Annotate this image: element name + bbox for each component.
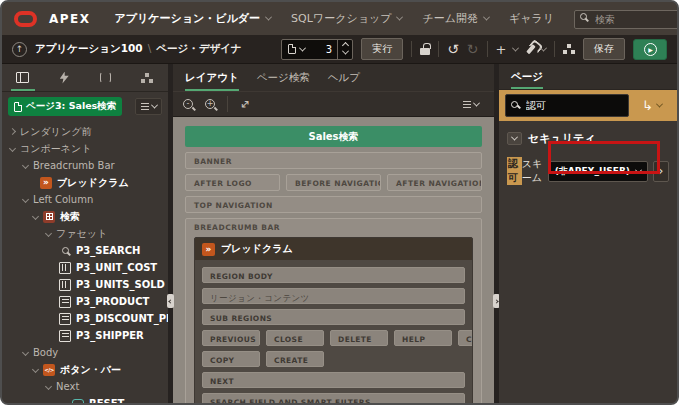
tab-layout[interactable]: レイアウト	[185, 64, 239, 91]
page-selector	[281, 39, 353, 60]
tree-item-p3-product[interactable]: P3_PRODUCT	[2, 293, 168, 310]
create-menu-button[interactable]: +	[496, 43, 518, 56]
tree-item-breadcrumb-region[interactable]: ブレッドクラム	[2, 174, 168, 191]
quick-pick-button[interactable]: ›	[653, 161, 669, 182]
tree-item-next-position[interactable]: Next	[2, 378, 168, 395]
divider	[438, 41, 439, 57]
utilities-menu-button[interactable]	[526, 44, 547, 54]
page-title-bar[interactable]: Sales検索	[185, 126, 482, 147]
breadcrumb-region-header[interactable]: ブレッドクラム	[195, 238, 472, 260]
chevron-down-icon[interactable]	[22, 196, 29, 203]
slot-after-logo[interactable]: AFTER LOGO	[185, 174, 280, 191]
page-number-stepper[interactable]	[337, 40, 352, 59]
zoom-out-icon[interactable]: -	[183, 99, 193, 109]
tab-page-search[interactable]: ページ検索	[257, 64, 310, 91]
tree-item-reset-button[interactable]: RESET	[2, 395, 168, 403]
nav-gallery[interactable]: ギャラリ	[509, 11, 554, 26]
tree-item-components[interactable]: コンポーネント	[2, 140, 168, 157]
chevron-down-icon[interactable]	[32, 213, 39, 220]
authorization-scheme-select[interactable]: (非APEX_USER)	[548, 161, 648, 182]
undo-icon[interactable]: ↺	[447, 42, 459, 56]
tree-item-p3-discount-percent[interactable]: P3_DISCOUNT_PERCENT	[2, 310, 168, 327]
apex-logo-text[interactable]: APEX	[49, 12, 91, 26]
left-pane-rendering-tree: ページ3: Sales検索 レンダリング前 コンポーネント Breadcrumb…	[2, 64, 168, 403]
tree-item-button-bar[interactable]: ボタン・バー	[2, 361, 168, 378]
tree-item-facets[interactable]: ファセット	[2, 225, 168, 242]
breadcrumb-region[interactable]: ブレッドクラム REGION BODY リージョン・コンテンツ SUB REGI…	[194, 237, 473, 403]
expand-icon[interactable]: ↔	[237, 96, 253, 112]
breadcrumb-icon	[202, 243, 215, 256]
slot-sub-regions[interactable]: SUB REGIONS	[202, 309, 465, 325]
slot-region-content[interactable]: リージョン・コンテンツ	[202, 288, 465, 304]
nav-sql-workshop[interactable]: SQLワークショップ	[291, 11, 402, 26]
chevron-down-icon[interactable]	[45, 230, 52, 237]
tree-item-p3-unit-cost[interactable]: P3_UNIT_COST	[2, 259, 168, 276]
goto-next-match-button[interactable]: ↳	[633, 99, 671, 112]
selected-page-pill[interactable]: ページ3: Sales検索	[8, 97, 122, 116]
slot-breadcrumb-bar[interactable]: BREADCRUMB BAR ブレッドクラム REGION BODY リージョン…	[185, 218, 482, 403]
slot-help[interactable]: HELP	[394, 330, 452, 346]
shared-components-icon[interactable]	[567, 44, 571, 48]
slot-previous[interactable]: PREVIOUS	[202, 330, 260, 346]
slot-copy[interactable]: COPY	[202, 351, 260, 367]
tree-item-body[interactable]: Body	[2, 344, 168, 361]
security-section-header[interactable]: セキュリティ	[499, 121, 677, 152]
tree-item-pre-rendering[interactable]: レンダリング前	[2, 123, 168, 140]
tree-item-p3-search[interactable]: P3_SEARCH	[2, 242, 168, 259]
tab-page[interactable]: ページ	[511, 64, 543, 89]
chevron-down-icon[interactable]	[9, 145, 16, 152]
tree-menu-button[interactable]	[135, 98, 162, 115]
chevron-down-icon[interactable]	[22, 162, 29, 169]
nav-team-dev[interactable]: チーム開発	[422, 11, 489, 26]
chevron-down-icon	[540, 44, 547, 51]
code-region-icon	[43, 364, 55, 376]
slot-delete[interactable]: DELETE	[330, 330, 388, 346]
slot-after-navigation-bar[interactable]: AFTER NAVIGATION BAR	[387, 174, 482, 191]
chevron-down-icon[interactable]	[45, 383, 52, 390]
left-pane-tabs	[2, 64, 168, 92]
slot-close[interactable]: CLOSE	[266, 330, 324, 346]
slot-region-body[interactable]: REGION BODY	[202, 267, 465, 283]
run-page-button[interactable]: 実行	[361, 38, 403, 60]
page-select-dropdown[interactable]	[282, 44, 311, 54]
chevron-right-icon[interactable]	[9, 128, 16, 135]
tab-rendering[interactable]	[2, 64, 44, 91]
page-number-input[interactable]	[311, 44, 337, 55]
lightning-icon	[60, 72, 69, 84]
tab-help[interactable]: ヘルプ	[328, 64, 360, 91]
global-search-input[interactable]	[574, 10, 679, 29]
slot-banner[interactable]: BANNER	[185, 152, 482, 169]
breadcrumb-app[interactable]: アプリケーション100	[35, 42, 143, 54]
tree-item-p3-units-sold[interactable]: P3_UNITS_SOLD	[2, 276, 168, 293]
tree-item-breadcrumb-bar[interactable]: Breadcrumb Bar	[2, 157, 168, 174]
layout-canvas: Sales検索 BANNER AFTER LOGO BEFORE NAVIGAT…	[173, 117, 494, 403]
slot-search-field[interactable]: SEARCH FIELD AND SMART FILTERS	[202, 393, 465, 403]
apex-logo-icon[interactable]	[14, 11, 37, 27]
slot-change[interactable]: CHANGE	[458, 330, 473, 346]
tree-item-left-column[interactable]: Left Column	[2, 191, 168, 208]
collapse-box[interactable]	[507, 132, 522, 145]
chevron-down-icon[interactable]	[32, 366, 39, 373]
layout-menu-button[interactable]	[457, 96, 484, 113]
save-and-run-button[interactable]: ▶	[633, 39, 667, 60]
nav-app-builder[interactable]: アプリケーション・ビルダー	[115, 11, 272, 26]
property-search-input[interactable]	[505, 94, 629, 117]
slot-next[interactable]: NEXT	[202, 372, 465, 388]
redo-icon: ↻	[467, 42, 479, 56]
up-to-app-icon[interactable]: ↑	[12, 42, 27, 57]
lock-icon[interactable]	[420, 48, 430, 55]
tab-shared-components[interactable]	[127, 64, 169, 91]
slot-before-navigation-bar[interactable]: BEFORE NAVIGATION BAR	[286, 174, 381, 191]
property-search-bar: ↳	[499, 90, 677, 121]
chevron-down-icon	[656, 101, 663, 108]
tree-item-p3-shipper[interactable]: P3_SHIPPER	[2, 327, 168, 344]
main-area: ページ3: Sales検索 レンダリング前 コンポーネント Breadcrumb…	[2, 64, 677, 403]
slot-top-navigation[interactable]: TOP NAVIGATION	[185, 196, 482, 213]
tree-item-search-region[interactable]: 検索	[2, 208, 168, 225]
save-button[interactable]: 保存	[583, 38, 625, 60]
tab-dynamic-actions[interactable]	[44, 64, 86, 91]
zoom-in-icon[interactable]: +	[205, 99, 215, 109]
tab-processing[interactable]	[85, 64, 127, 91]
chevron-down-icon[interactable]	[22, 349, 29, 356]
slot-create[interactable]: CREATE	[266, 351, 324, 367]
